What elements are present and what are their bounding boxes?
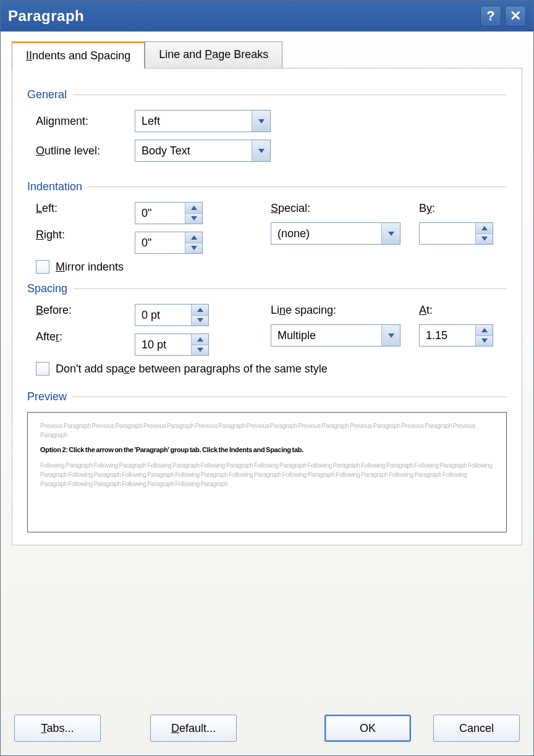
special-label: Special: — [271, 202, 382, 215]
chevron-down-icon[interactable] — [476, 234, 493, 245]
help-button[interactable]: ? — [480, 6, 501, 27]
svg-marker-2 — [191, 206, 197, 210]
section-preview: Preview — [27, 390, 507, 403]
preview-sample-text: Option 2: Click the arrow on the 'Paragr… — [40, 446, 494, 453]
dialog-title: Paragraph — [8, 7, 84, 25]
help-icon: ? — [486, 8, 494, 24]
svg-marker-0 — [258, 119, 265, 124]
outline-level-label: Outline level: — [36, 145, 135, 158]
chevron-down-icon[interactable] — [192, 316, 208, 326]
at-spinner[interactable]: 1.15 — [419, 324, 493, 346]
chevron-up-icon[interactable] — [185, 232, 202, 243]
alignment-label: Alignment: — [36, 115, 135, 128]
chevron-down-icon[interactable] — [185, 214, 202, 224]
svg-marker-8 — [481, 237, 488, 241]
special-combo[interactable]: (none) — [271, 222, 400, 245]
svg-marker-11 — [197, 337, 203, 342]
by-spinner[interactable] — [419, 222, 493, 245]
tab-label: Indents and Spacing — [29, 49, 130, 62]
chevron-up-icon[interactable] — [192, 304, 208, 316]
tab-indents-spacing[interactable]: IIndents and Spacing — [12, 41, 145, 69]
chevron-up-icon[interactable] — [476, 223, 493, 234]
line-spacing-combo[interactable]: Multiple — [271, 324, 400, 346]
indent-right-label: Right: — [36, 229, 135, 242]
indent-right-spinner[interactable]: 0" — [135, 232, 203, 254]
svg-marker-12 — [197, 348, 203, 352]
chevron-down-icon[interactable] — [192, 345, 208, 356]
dont-add-space-label: Don't add space between paragraphs of th… — [56, 363, 328, 376]
cancel-button[interactable]: Cancel — [433, 715, 520, 742]
dialog-footer: Tabs... Default... OK Cancel — [1, 704, 533, 755]
chevron-up-icon[interactable] — [185, 203, 202, 214]
ok-button[interactable]: OK — [324, 715, 411, 742]
indent-left-spinner[interactable]: 0" — [135, 202, 203, 224]
spacing-after-label: After: — [36, 330, 135, 343]
svg-marker-14 — [481, 328, 488, 332]
svg-marker-1 — [258, 149, 265, 153]
tabs-button[interactable]: Tabs... — [14, 715, 101, 742]
chevron-up-icon[interactable] — [476, 325, 493, 336]
default-button[interactable]: Default... — [150, 715, 237, 742]
alignment-value: Left — [135, 111, 252, 132]
spacing-before-spinner[interactable]: 0 pt — [135, 304, 209, 326]
by-label: By: — [419, 202, 507, 215]
alignment-combo[interactable]: Left — [135, 110, 271, 132]
preview-previous-text: Previous Paragraph Previous Paragraph Pr… — [40, 421, 494, 440]
tab-label: Line and Page Breaks — [159, 48, 268, 61]
paragraph-dialog: Paragraph ? ✕ IIndents and Spacing Line … — [0, 0, 534, 756]
spacing-after-spinner[interactable]: 10 pt — [135, 334, 209, 356]
section-spacing: Spacing — [27, 282, 507, 295]
close-icon: ✕ — [510, 8, 521, 24]
chevron-down-icon[interactable] — [185, 243, 202, 254]
line-spacing-label: Line spacing: — [271, 304, 382, 317]
mirror-indents-checkbox[interactable] — [36, 260, 49, 274]
svg-marker-9 — [197, 308, 203, 312]
chevron-down-icon[interactable] — [476, 336, 493, 346]
tab-line-page-breaks[interactable]: Line and Page Breaks — [145, 41, 282, 68]
mirror-indents-label: Mirror indents — [56, 261, 124, 274]
chevron-down-icon[interactable] — [252, 111, 270, 132]
preview-following-text: Following Paragraph Following Paragraph … — [40, 461, 494, 489]
svg-marker-3 — [191, 216, 197, 220]
svg-marker-7 — [481, 226, 488, 230]
svg-marker-10 — [197, 318, 203, 322]
outline-level-value: Body Text — [135, 140, 252, 161]
spacing-before-label: Before: — [36, 304, 135, 317]
chevron-down-icon[interactable] — [252, 140, 270, 161]
section-indentation: Indentation — [27, 180, 507, 193]
indent-left-label: Left: — [36, 202, 135, 215]
svg-marker-15 — [481, 338, 488, 343]
dont-add-space-checkbox[interactable] — [36, 362, 49, 376]
outline-level-combo[interactable]: Body Text — [135, 140, 271, 162]
section-general: General — [27, 88, 507, 101]
svg-marker-4 — [191, 235, 197, 240]
svg-marker-5 — [191, 246, 197, 250]
preview-box: Previous Paragraph Previous Paragraph Pr… — [27, 412, 507, 532]
titlebar: Paragraph ? ✕ — [1, 1, 533, 32]
chevron-up-icon[interactable] — [192, 334, 208, 345]
at-label: At: — [419, 304, 507, 317]
tab-strip: IIndents and Spacing Line and Page Break… — [12, 41, 522, 68]
tab-panel: General Alignment: Left Outline level: B… — [12, 68, 522, 545]
close-button[interactable]: ✕ — [505, 6, 526, 27]
